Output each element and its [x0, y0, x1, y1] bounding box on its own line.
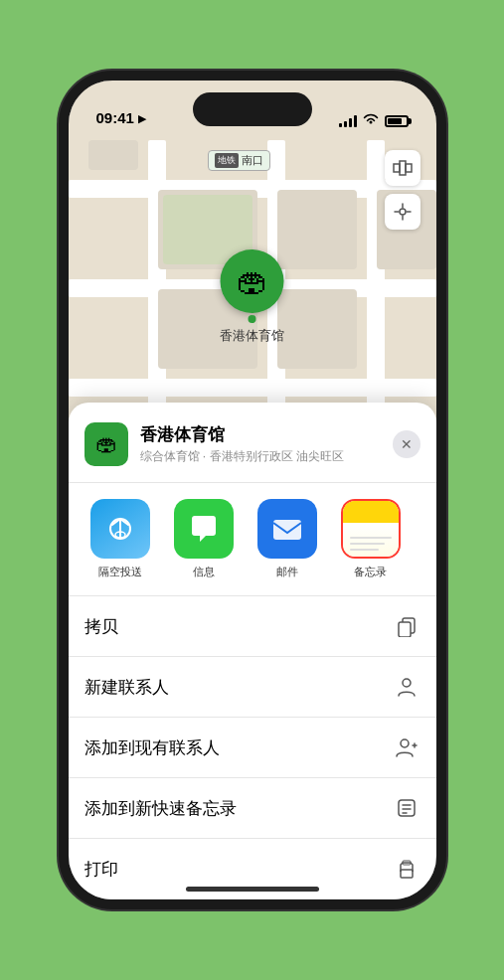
map-controls: [385, 150, 420, 238]
place-icon: 🏟: [84, 422, 128, 466]
map-type-button[interactable]: [385, 150, 420, 186]
location-pin: 🏟 香港体育馆: [220, 249, 284, 345]
airdrop-label: 隔空投送: [98, 565, 142, 579]
wifi-icon: [363, 113, 379, 128]
svg-rect-10: [273, 520, 301, 540]
bottom-sheet: 🏟 香港体育馆 综合体育馆 · 香港特别行政区 油尖旺区 ✕ 隔空投送: [69, 403, 436, 899]
menu-items: 拷贝 新建联系人 添: [69, 596, 436, 899]
place-info: 香港体育馆 综合体育馆 · 香港特别行政区 油尖旺区: [140, 423, 393, 465]
print-label: 打印: [84, 858, 118, 881]
share-item-more[interactable]: 提: [419, 499, 436, 579]
home-indicator: [186, 887, 319, 892]
share-item-notes[interactable]: 备忘录: [335, 499, 407, 579]
location-button[interactable]: [385, 194, 420, 230]
svg-point-3: [400, 209, 406, 215]
add-contact-label: 添加到现有联系人: [84, 736, 220, 759]
pin-icon: 🏟: [221, 249, 284, 313]
map-station-label: 地铁 南口: [208, 150, 270, 171]
close-button[interactable]: ✕: [393, 430, 420, 458]
dynamic-island: [193, 92, 312, 126]
mail-icon: [257, 499, 317, 559]
pin-stadium-icon: 🏟: [237, 263, 268, 300]
svg-rect-12: [399, 622, 411, 637]
status-icons: [339, 113, 409, 128]
phone-frame: 09:41 ▶: [59, 71, 446, 909]
memo-icon: [393, 794, 420, 822]
signal-icon: [339, 115, 357, 127]
share-row: 隔空投送 信息 邮件: [69, 483, 436, 596]
messages-label: 信息: [193, 565, 215, 579]
place-name: 香港体育馆: [140, 423, 393, 446]
svg-point-14: [401, 739, 409, 747]
place-subtitle: 综合体育馆 · 香港特别行政区 油尖旺区: [140, 448, 393, 465]
menu-item-new-contact[interactable]: 新建联系人: [69, 657, 436, 718]
copy-label: 拷贝: [84, 615, 118, 638]
airdrop-icon: [90, 499, 150, 559]
pin-label: 香港体育馆: [220, 327, 284, 345]
menu-item-copy[interactable]: 拷贝: [69, 596, 436, 657]
svg-rect-2: [406, 164, 412, 172]
svg-point-13: [403, 679, 411, 687]
print-icon: [393, 855, 420, 883]
svg-rect-1: [400, 161, 406, 175]
share-item-mail[interactable]: 邮件: [252, 499, 323, 579]
status-time: 09:41: [96, 109, 134, 128]
new-contact-label: 新建联系人: [84, 676, 169, 699]
menu-item-quick-note[interactable]: 添加到新快速备忘录: [69, 778, 436, 839]
more-icon: [424, 499, 436, 559]
svg-rect-0: [394, 164, 400, 172]
location-icon: ▶: [138, 112, 146, 125]
share-item-airdrop[interactable]: 隔空投送: [84, 499, 156, 579]
svg-rect-21: [401, 870, 413, 878]
share-item-messages[interactable]: 信息: [168, 499, 240, 579]
messages-icon: [174, 499, 234, 559]
menu-item-add-contact[interactable]: 添加到现有联系人: [69, 718, 436, 778]
copy-icon: [393, 612, 420, 640]
person-icon: [393, 673, 420, 701]
place-header: 🏟 香港体育馆 综合体育馆 · 香港特别行政区 油尖旺区 ✕: [69, 403, 436, 483]
mail-label: 邮件: [276, 565, 298, 579]
notes-label: 备忘录: [354, 565, 387, 579]
notes-icon-wrapper: [341, 499, 401, 559]
pin-dot: [249, 315, 256, 323]
quick-note-label: 添加到新快速备忘录: [84, 797, 237, 820]
person-add-icon: [393, 734, 420, 761]
battery-icon: [385, 115, 409, 127]
